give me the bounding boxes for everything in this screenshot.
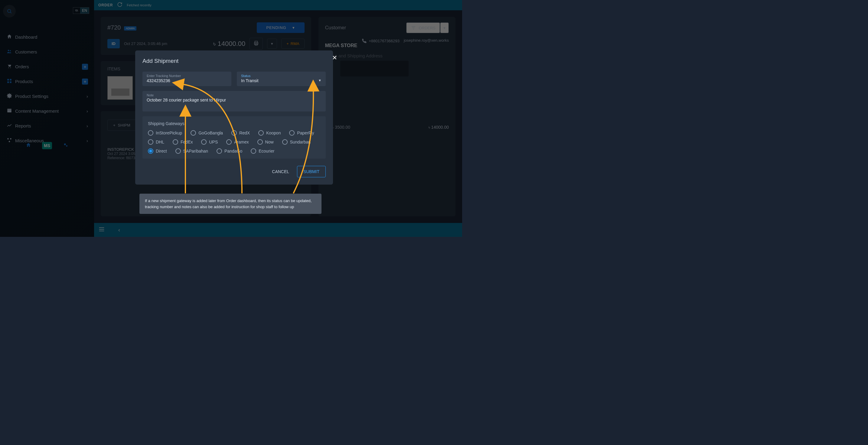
gateway-radio-aramex[interactable]: Aramex xyxy=(226,139,249,145)
radio-icon xyxy=(201,139,207,145)
gateway-label: Direct xyxy=(156,149,167,153)
note-value: October 28 courier package sent to Mirpu… xyxy=(147,98,321,102)
radio-icon xyxy=(258,130,264,136)
gateway-label: Aramex xyxy=(234,140,249,144)
gateway-label: UPS xyxy=(209,140,218,144)
gateway-label: Sundarban xyxy=(290,140,311,144)
status-label: Status xyxy=(241,74,321,78)
gateway-label: PandaGo xyxy=(224,149,242,153)
cancel-button[interactable]: CANCEL xyxy=(267,166,294,177)
gateway-radio-instorepickup[interactable]: InStorePickup xyxy=(148,130,182,136)
gateway-radio-fedex[interactable]: FedEx xyxy=(173,139,193,145)
submit-button[interactable]: SUBMIT xyxy=(297,166,326,177)
gateway-label: SAParibahan xyxy=(183,149,208,153)
gateway-radio-saparibahan[interactable]: SAParibahan xyxy=(176,148,208,154)
note-field[interactable]: Note October 28 courier package sent to … xyxy=(143,91,326,111)
gateway-radio-now[interactable]: Now xyxy=(257,139,274,145)
status-value: In Transit xyxy=(241,78,258,83)
gateway-radio-pandago[interactable]: PandaGo xyxy=(217,148,242,154)
close-icon[interactable]: ✕ xyxy=(332,54,337,61)
gateway-label: Now xyxy=(265,140,274,144)
status-field[interactable]: Status In Transit ▼ xyxy=(237,72,326,86)
radio-icon xyxy=(217,148,222,154)
tracking-value: 4324235236 xyxy=(147,78,227,83)
gateway-radio-gogobangla[interactable]: GoGoBangla xyxy=(190,130,223,136)
radio-icon xyxy=(251,148,256,154)
radio-icon xyxy=(282,139,288,145)
gateway-radio-paperfly[interactable]: PaperFly xyxy=(289,130,314,136)
radio-icon xyxy=(226,139,232,145)
gateway-label: InStorePickup xyxy=(156,131,182,135)
chevron-down-icon: ▼ xyxy=(318,78,321,82)
radio-icon xyxy=(257,139,263,145)
gateway-radio-ups[interactable]: UPS xyxy=(201,139,218,145)
radio-icon xyxy=(231,130,237,136)
radio-icon xyxy=(148,139,153,145)
add-shipment-modal: ✕ Add Shipment Enter Tracking Number 432… xyxy=(135,50,333,184)
gateway-radio-redx[interactable]: RedX xyxy=(231,130,250,136)
radio-icon xyxy=(176,148,181,154)
shipping-gateways: Shipping Gateways InStorePickupGoGoBangl… xyxy=(143,116,326,159)
radio-icon xyxy=(173,139,178,145)
gateways-title: Shipping Gateways xyxy=(148,121,320,126)
help-callout: If a new shipment gateway is added later… xyxy=(140,194,321,214)
gateway-label: FedEx xyxy=(181,140,193,144)
tracking-number-field[interactable]: Enter Tracking Number 4324235236 xyxy=(143,72,231,86)
gateway-label: Koopon xyxy=(266,131,281,135)
radio-icon xyxy=(148,148,153,154)
gateway-label: Ecourier xyxy=(258,149,274,153)
gateway-label: RedX xyxy=(239,131,250,135)
radio-icon xyxy=(289,130,294,136)
modal-title: Add Shipment xyxy=(143,58,326,64)
gateway-radio-dhl[interactable]: DHL xyxy=(148,139,164,145)
gateway-label: GoGoBangla xyxy=(198,131,223,135)
gateway-label: PaperFly xyxy=(297,131,314,135)
gateway-radio-koopon[interactable]: Koopon xyxy=(258,130,281,136)
note-label: Note xyxy=(147,93,321,97)
radio-icon xyxy=(190,130,196,136)
gateway-radio-ecourier[interactable]: Ecourier xyxy=(251,148,274,154)
gateway-radio-direct[interactable]: Direct xyxy=(148,148,167,154)
gateway-label: DHL xyxy=(156,140,164,144)
radio-icon xyxy=(148,130,153,136)
tracking-label: Enter Tracking Number xyxy=(147,74,227,78)
gateway-radio-sundarban[interactable]: Sundarban xyxy=(282,139,311,145)
